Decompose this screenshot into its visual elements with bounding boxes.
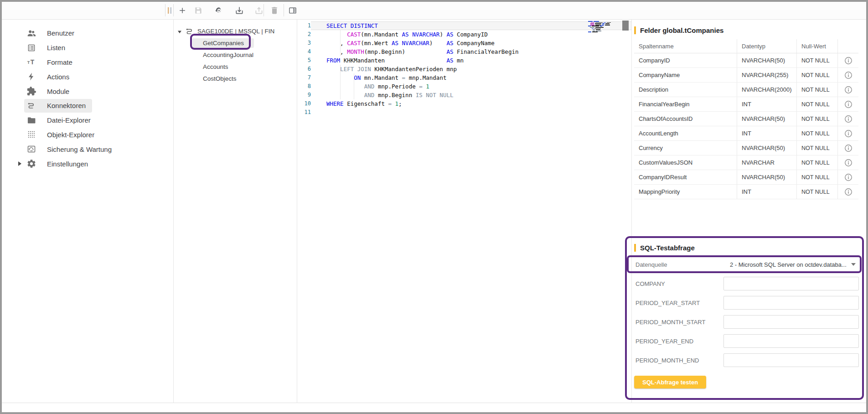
param-input-company[interactable] [723,277,859,290]
sidebar-item-module[interactable]: Module [2,84,173,98]
field-nullability: NOT NULL [797,170,838,184]
tree-item-costobjects[interactable]: CostObjects [174,72,297,84]
sql-test-section: SQL-Testabfrage Datenquelle 2 - Microsof… [632,237,866,388]
table-row: CompanyIDNVARCHAR(50)NOT NULL [634,53,858,68]
info-icon[interactable] [844,144,852,152]
line-number: 5 [298,56,311,65]
sql-test-button[interactable]: SQL-Abfrage testen [634,376,706,388]
field-nullability: NOT NULL [797,68,838,82]
tree-item-accounts[interactable]: Accounts [174,61,297,72]
backup-icon [26,144,37,155]
info-icon[interactable] [844,188,852,196]
fields-panel-title: Felder global.tCompanies [640,26,723,34]
code-text: ON mn.Mandant = mnp.Mandant [311,73,631,82]
param-input-period-year-start[interactable] [723,296,859,310]
code-text: FROM KHKMandanten AS mn [311,56,631,65]
info-icon[interactable] [844,71,852,79]
table-row: CustomValuesJSONNVARCHARNOT NULL [634,155,858,170]
tree-root-label: SAGE100DE | MSSQL | FIN [197,28,274,35]
param-input-period-month-end[interactable] [723,353,859,367]
sidebar-item-actions[interactable]: Actions [2,69,173,84]
info-icon[interactable] [844,173,852,181]
code-line: 10WHERE Eigenschaft = 1; [298,99,631,108]
tree-item-getcompanies[interactable]: GetCompanies [174,37,297,49]
line-number: 10 [298,99,311,108]
sidebar-item-einstellungen[interactable]: Einstellungen [2,156,173,171]
line-number: 2 [298,30,311,39]
code-line: 5FROM KHKMandanten AS mn [298,56,631,65]
code-pane[interactable]: 1SELECT DISTINCT2 CAST(mn.Mandant AS NVA… [298,20,631,403]
sidebar-item-label: Einstellungen [47,160,88,168]
table-row: FinancialYearBeginINTNOT NULL [634,97,858,112]
table-row: MappingPriorityINTNOT NULL [634,185,858,199]
field-name: FinancialYearBegin [634,97,737,111]
field-nullability: NOT NULL [797,53,838,67]
param-input-period-month-start[interactable] [723,315,859,329]
connector-tree-panel: SAGE100DE | MSSQL | FIN GetCompaniesAcco… [174,20,297,403]
field-nullability: NOT NULL [797,112,838,126]
field-name: ChartsOfAccountsID [634,112,737,126]
toolbar-separator [165,4,165,16]
revert-button[interactable] [212,4,225,17]
editor-scrollbar-thumb[interactable] [622,21,629,31]
info-icon[interactable] [844,86,852,94]
param-row-company: COMPANY [634,275,859,292]
download-button[interactable] [233,4,246,17]
code-line: 1SELECT DISTINCT [298,21,631,30]
tree-item-label: AccountingJournal [203,52,253,58]
tree-item-accountingjournal[interactable]: AccountingJournal [174,49,297,61]
info-icon[interactable] [844,115,852,123]
delete-button[interactable] [268,4,281,17]
param-row-period-year-end: PERIOD_YEAR_END [634,333,859,349]
tree-item-label: GetCompanies [192,38,254,48]
sidebar-item-datei-explorer[interactable]: Datei-Explorer [2,113,173,128]
toggle-right-panel-button[interactable] [286,4,299,17]
sidebar-item-sicherung-wartung[interactable]: Sicherung & Wartung [2,142,173,156]
add-button[interactable] [176,4,189,17]
param-label: PERIOD_MONTH_END [634,357,723,364]
code-line: 8 AND mnp.Periode = 1 [298,82,631,91]
info-icon[interactable] [844,129,852,138]
drag-handle-icon[interactable] [166,6,173,15]
field-nullability: NOT NULL [797,141,838,155]
datasource-value: 2 - Microsoft SQL Server on octdev.datab… [725,261,848,268]
sidebar-item-konnektoren[interactable]: Konnektoren [2,98,173,113]
info-icon[interactable] [844,57,852,65]
sidebar-item-objekt-explorer[interactable]: Objekt-Explorer [2,128,173,142]
test-section-header: SQL-Testabfrage [632,237,866,252]
code-line: 11 [298,108,631,117]
expand-arrow-icon[interactable] [17,160,22,167]
datasource-select[interactable]: Datenquelle 2 - Microsoft SQL Server on … [634,256,859,273]
field-nullability: NOT NULL [797,155,838,170]
save-button[interactable] [192,4,205,17]
sidebar: BenutzerListenTTFormateActionsModuleKonn… [2,20,174,403]
folder-icon [26,115,37,126]
code-text: LEFT JOIN KHKMandantenPerioden mnp [311,65,631,73]
field-name: AccountLength [634,126,737,140]
sidebar-item-label: Benutzer [47,29,74,37]
accent-bar [634,244,636,252]
tree-item-label: CostObjects [203,75,237,82]
line-number: 9 [298,91,311,99]
sidebar-item-benutzer[interactable]: Benutzer [2,26,173,41]
field-nullability: NOT NULL [797,83,838,97]
column-header-datentyp: Datentyp [737,39,797,53]
datasource-label: Datenquelle [634,261,725,268]
chevron-down-icon [848,263,859,266]
sidebar-item-listen[interactable]: Listen [2,41,173,55]
param-label: PERIOD_YEAR_START [634,300,723,306]
table-row: CompanyIDResultNVARCHAR(50)NOT NULL [634,170,858,185]
collapse-arrow-icon[interactable] [177,28,182,34]
toolbar [2,2,866,20]
code-text: AND mnp.Periode = 1 [311,82,631,91]
info-icon[interactable] [844,100,852,109]
editor-minimap [587,21,611,33]
code-text: , CAST(mn.Wert AS NVARCHAR) AS CompanyNa… [311,39,631,47]
sidebar-item-formate[interactable]: TTFormate [2,55,173,70]
connector-icon [26,100,37,111]
sql-editor[interactable]: 1SELECT DISTINCT2 CAST(mn.Mandant AS NVA… [298,20,632,403]
param-input-period-year-end[interactable] [723,334,859,348]
tree-root-connector[interactable]: SAGE100DE | MSSQL | FIN [174,25,297,37]
field-type: NVARCHAR [737,155,797,170]
info-icon[interactable] [844,159,852,167]
